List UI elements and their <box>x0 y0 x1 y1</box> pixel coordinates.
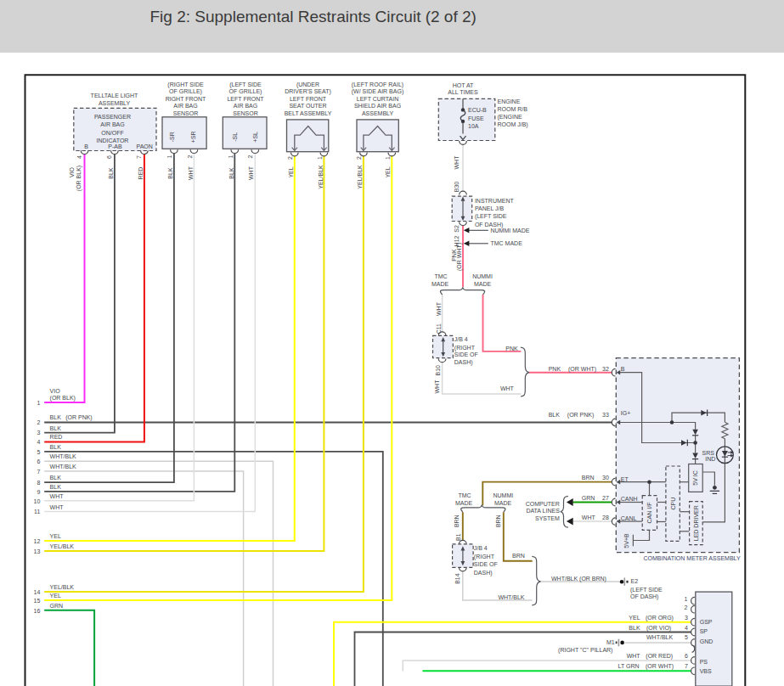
svg-text:PASSENGER: PASSENGER <box>94 114 131 120</box>
svg-text:PANEL J/B: PANEL J/B <box>475 205 505 211</box>
svg-text:CANL: CANL <box>621 515 637 521</box>
svg-text:1: 1 <box>385 156 391 160</box>
svg-text:MADE: MADE <box>494 500 512 506</box>
svg-text:RED: RED <box>50 434 63 440</box>
svg-text:BLK: BLK <box>108 167 114 179</box>
svg-text:ENGINE: ENGINE <box>498 98 521 104</box>
svg-text:B1: B1 <box>455 533 461 541</box>
svg-text:WHT/BLK: WHT/BLK <box>50 464 76 470</box>
svg-text:1: 1 <box>317 156 323 160</box>
svg-text:PS: PS <box>700 659 708 665</box>
svg-text:BLK: BLK <box>50 484 62 490</box>
svg-text:CANH: CANH <box>621 496 638 502</box>
svg-text:YEL/BLK: YEL/BLK <box>50 584 75 590</box>
svg-text:GRN: GRN <box>50 603 64 609</box>
svg-text:5V+B: 5V+B <box>623 533 629 548</box>
svg-text:(OR RED): (OR RED) <box>646 653 673 660</box>
svg-text:WHT: WHT <box>50 493 65 499</box>
svg-text:BRN: BRN <box>454 514 460 527</box>
svg-text:PAON: PAON <box>137 143 153 149</box>
svg-text:INSTRUMENT: INSTRUMENT <box>475 198 515 204</box>
svg-text:VIO: VIO <box>69 166 75 177</box>
svg-text:28: 28 <box>602 514 609 520</box>
svg-text:7: 7 <box>685 663 688 669</box>
svg-text:(UNDER: (UNDER <box>296 82 319 88</box>
svg-text:WHT: WHT <box>434 380 440 394</box>
svg-text:AIR BAG: AIR BAG <box>234 103 257 109</box>
svg-text:1: 1 <box>684 596 687 602</box>
svg-text:(ENGINE: (ENGINE <box>498 114 523 121</box>
svg-text:WHT: WHT <box>50 504 65 510</box>
svg-text:2: 2 <box>287 156 293 160</box>
svg-text:11: 11 <box>34 509 40 514</box>
svg-text:5V IC: 5V IC <box>692 470 698 486</box>
svg-text:LEFT CURTAIN: LEFT CURTAIN <box>357 96 398 102</box>
svg-text:B: B <box>621 366 625 372</box>
svg-text:10: 10 <box>34 498 41 504</box>
svg-text:32: 32 <box>602 366 609 372</box>
svg-text:(OR BLK): (OR BLK) <box>76 166 82 191</box>
svg-text:10A: 10A <box>468 123 479 129</box>
svg-text:LED DRIVER: LED DRIVER <box>693 505 699 541</box>
svg-text:BLK: BLK <box>167 167 173 179</box>
svg-text:(RIGHT "C" PILLAR): (RIGHT "C" PILLAR) <box>558 647 612 654</box>
svg-text:AIR BAG: AIR BAG <box>100 121 124 127</box>
svg-text:IND: IND <box>705 456 715 462</box>
svg-text:SENSOR: SENSOR <box>233 110 258 116</box>
svg-text:2: 2 <box>37 419 40 425</box>
svg-text:30: 30 <box>602 475 609 481</box>
svg-text:BLK: BLK <box>50 444 62 450</box>
svg-text:ASSEMBLY: ASSEMBLY <box>362 110 394 116</box>
svg-text:PNK: PNK <box>549 366 561 372</box>
svg-text:+SL: +SL <box>252 132 258 143</box>
svg-text:ROOM J/B): ROOM J/B) <box>498 121 528 128</box>
svg-text:-SR: -SR <box>170 132 176 142</box>
svg-text:ON/OFF: ON/OFF <box>101 130 123 136</box>
svg-text:4: 4 <box>685 625 688 631</box>
svg-text:J/B 4: J/B 4 <box>454 336 468 342</box>
svg-text:WHT/BLK: WHT/BLK <box>646 634 673 640</box>
svg-text:TELLTALE LIGHT: TELLTALE LIGHT <box>91 93 138 98</box>
svg-text:WHT: WHT <box>500 385 515 391</box>
svg-text:WHT/BLK: WHT/BLK <box>50 453 76 459</box>
svg-text:SRS: SRS <box>702 450 714 456</box>
svg-text:(OR WHT): (OR WHT) <box>568 366 596 373</box>
svg-text:WHT: WHT <box>582 514 596 520</box>
svg-text:SYSTEM: SYSTEM <box>535 515 560 521</box>
svg-text:7: 7 <box>136 155 142 159</box>
svg-text:GSP: GSP <box>700 619 713 625</box>
svg-text:SEAT OUTER: SEAT OUTER <box>289 103 326 109</box>
svg-text:WHT/BLK: WHT/BLK <box>498 594 524 600</box>
svg-text:LT GRN: LT GRN <box>618 663 640 669</box>
svg-text:27: 27 <box>602 495 609 501</box>
svg-text:YEL/BLK: YEL/BLK <box>357 165 363 189</box>
svg-text:B30: B30 <box>454 182 460 193</box>
svg-text:ET: ET <box>621 476 629 482</box>
svg-text:15: 15 <box>34 598 41 604</box>
svg-text:BLK: BLK <box>50 414 62 420</box>
svg-text:BLK: BLK <box>50 475 62 481</box>
svg-text:S2: S2 <box>454 225 460 233</box>
svg-text:4: 4 <box>76 155 82 159</box>
svg-text:WHT: WHT <box>436 301 442 316</box>
svg-text:CAN I/F: CAN I/F <box>646 503 652 524</box>
svg-text:P-AB: P-AB <box>108 143 122 149</box>
svg-text:J/B 4: J/B 4 <box>474 545 488 551</box>
svg-text:SHIELD AIR BAG: SHIELD AIR BAG <box>354 103 401 109</box>
svg-text:OF DASH): OF DASH) <box>630 593 658 600</box>
svg-text:E2: E2 <box>631 578 639 584</box>
svg-text:COMPUTER: COMPUTER <box>526 501 560 507</box>
svg-text:(W/ SIDE AIR BAG): (W/ SIDE AIR BAG) <box>352 88 403 95</box>
svg-text:B10: B10 <box>436 365 442 376</box>
svg-text:NUMMI: NUMMI <box>493 492 513 498</box>
svg-text:B14: B14 <box>454 573 460 584</box>
svg-text:WHT: WHT <box>454 155 460 170</box>
svg-text:(OR VIO): (OR VIO) <box>646 625 671 632</box>
svg-text:WHT: WHT <box>248 166 254 180</box>
svg-text:MADE: MADE <box>474 281 492 287</box>
svg-text:1: 1 <box>166 155 172 158</box>
svg-text:2: 2 <box>684 604 687 610</box>
svg-text:ALL TIMES: ALL TIMES <box>448 89 478 95</box>
svg-text:(OR BLK): (OR BLK) <box>50 395 76 402</box>
svg-text:PNK: PNK <box>505 346 518 351</box>
